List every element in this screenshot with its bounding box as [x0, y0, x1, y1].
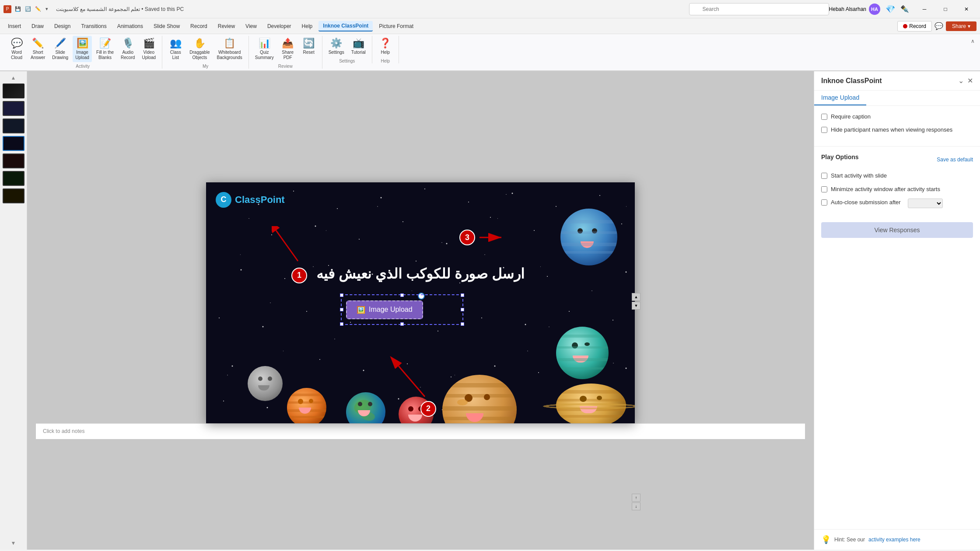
arrow-3-svg: [480, 233, 506, 242]
class-list-icon: 👥: [170, 38, 182, 49]
ribbon-btn-share-pdf[interactable]: 📤 SharePDF: [278, 36, 298, 62]
panel-minimize-btn[interactable]: ⌄: [958, 77, 964, 85]
strip-scroll-down[interactable]: ▼: [11, 540, 16, 546]
view-responses-btn[interactable]: View Responses: [821, 222, 973, 238]
right-panel: Inknoe ClassPoint ⌄ ✕ Image Upload Requi…: [814, 71, 980, 550]
minimize-button[interactable]: ─: [914, 3, 934, 16]
notes-bar[interactable]: Click to add notes: [36, 423, 805, 439]
sel-handle-ml[interactable]: [340, 308, 343, 311]
menu-draw[interactable]: Draw: [27, 21, 48, 31]
nav-up-btn[interactable]: ↑: [632, 494, 640, 502]
image-upload-tab[interactable]: Image Upload: [814, 91, 866, 105]
pen-icon[interactable]: ✒️: [900, 5, 909, 13]
ribbon-btn-class-list[interactable]: 👥 ClassList: [166, 36, 185, 62]
menu-animations[interactable]: Animations: [113, 21, 147, 31]
tutorial-label: Tutorial: [351, 50, 366, 55]
ribbon-btn-settings[interactable]: ⚙️ Settings: [326, 36, 347, 57]
menu-developer[interactable]: Developer: [263, 21, 296, 31]
annotation-badge-2: 2: [420, 401, 436, 417]
auto-close-checkbox[interactable]: [821, 199, 827, 206]
ribbon-btn-help[interactable]: ❓ Help: [376, 36, 395, 57]
slide-thumb-3[interactable]: [3, 119, 24, 133]
slide-thumb-2[interactable]: [3, 101, 24, 116]
ribbon-btn-tutorial[interactable]: 📺 Tutorial: [349, 36, 368, 57]
share-button[interactable]: Share ▾: [946, 21, 976, 31]
ribbon-btn-audio-record[interactable]: 🎙️ AudioRecord: [118, 36, 137, 62]
menu-design[interactable]: Design: [50, 21, 75, 31]
menu-transitions[interactable]: Transitions: [77, 21, 111, 31]
slide-thumb-6[interactable]: [3, 171, 24, 186]
start-activity-checkbox[interactable]: [821, 173, 827, 179]
slide-drawing-icon: 🖊️: [54, 38, 66, 49]
image-upload-slide-icon: 🖼️: [357, 306, 365, 314]
share-label: Share: [952, 23, 966, 29]
slide-thumb-7[interactable]: [3, 188, 24, 203]
annotation-badge-1: 1: [291, 268, 307, 283]
maximize-button[interactable]: □: [935, 3, 956, 16]
menu-slideshow[interactable]: Slide Show: [149, 21, 184, 31]
hide-names-checkbox[interactable]: [821, 127, 827, 133]
slide-drawing-label: SlideDrawing: [52, 50, 68, 60]
menu-review[interactable]: Review: [214, 21, 239, 31]
ribbon-btn-word-cloud[interactable]: 💬 WordCloud: [7, 36, 26, 62]
slide-thumb-5[interactable]: [3, 153, 24, 168]
sel-handle-mr[interactable]: [461, 308, 464, 311]
ribbon-collapse-btn[interactable]: ∧: [969, 36, 976, 46]
slide-thumb-4[interactable]: [3, 136, 24, 151]
menu-right: Record 💬 Share ▾: [897, 21, 976, 31]
ribbon-btn-draggable-objects[interactable]: ✋ DraggableObjects: [187, 36, 212, 62]
ribbon-btn-short-answer[interactable]: ✏️ ShortAnswer: [28, 36, 48, 62]
settings-label: Settings: [329, 50, 344, 55]
minimize-activity-checkbox[interactable]: [821, 186, 827, 192]
image-upload-slide-button[interactable]: 🖼️ Image Upload: [346, 300, 423, 319]
panel-close-btn[interactable]: ✕: [967, 77, 973, 85]
search-input[interactable]: [689, 3, 829, 15]
hint-link[interactable]: activity examples here: [868, 537, 920, 543]
sel-handle-tl[interactable]: [340, 293, 343, 297]
sel-handle-tc[interactable]: [400, 293, 404, 297]
word-cloud-icon: 💬: [11, 38, 23, 49]
menu-view[interactable]: View: [241, 21, 261, 31]
slide-thumb-1[interactable]: [3, 84, 24, 98]
nav-down-btn[interactable]: ↓: [632, 502, 640, 510]
ribbon-group-my: 👥 ClassList ✋ DraggableObjects 📋 Whitebo…: [162, 36, 249, 69]
image-upload-label: ImageUpload: [75, 50, 89, 60]
close-button[interactable]: ✕: [956, 3, 976, 16]
start-activity-row: Start activity with slide: [821, 172, 973, 180]
menu-inknoe-classpoint[interactable]: Inknoe ClassPoint: [318, 21, 373, 31]
menu-picture-format[interactable]: Picture Format: [374, 21, 418, 31]
scroll-down-btn[interactable]: ▼: [632, 302, 640, 310]
quiz-summary-icon: 📊: [259, 38, 270, 49]
require-caption-checkbox[interactable]: [821, 114, 827, 120]
ribbon-btn-image-upload[interactable]: 🖼️ ImageUpload: [73, 36, 92, 62]
sel-handle-br[interactable]: [461, 322, 464, 326]
audio-record-label: AudioRecord: [121, 50, 135, 60]
ribbon-btn-reset[interactable]: 🔄 Reset: [299, 36, 318, 57]
ribbon-btn-fill-blanks[interactable]: 📝 Fill in theBlanks: [94, 36, 116, 62]
titlebar-right: Hebah Alsarhan HA 💎 ✒️ ─ □ ✕: [829, 3, 976, 16]
reset-label: Reset: [303, 50, 315, 55]
save-as-default-btn[interactable]: Save as default: [937, 157, 973, 163]
sel-handle-tr[interactable]: [461, 293, 464, 297]
sel-handle-bc[interactable]: [400, 322, 404, 326]
comment-icon[interactable]: 💬: [934, 22, 943, 30]
badge-3-overlay: 3: [459, 230, 506, 245]
help-label: Help: [381, 50, 390, 55]
hint-icon: 💡: [821, 535, 831, 544]
menu-record[interactable]: Record: [186, 21, 212, 31]
require-caption-label: Require caption: [831, 113, 871, 121]
record-button[interactable]: Record: [897, 21, 932, 31]
ribbon-btn-quiz-summary[interactable]: 📊 QuizSummary: [252, 36, 276, 62]
strip-scroll-up[interactable]: ▲: [11, 75, 16, 81]
ribbon-btn-video-upload[interactable]: 🎬 VideoUpload: [139, 36, 158, 62]
gem-icon[interactable]: 💎: [886, 4, 895, 14]
scroll-up-btn[interactable]: ▲: [632, 293, 640, 301]
sel-handle-bl[interactable]: [340, 322, 343, 326]
ribbon-btn-slide-drawing[interactable]: 🖊️ SlideDrawing: [49, 36, 71, 62]
menu-insert[interactable]: Insert: [4, 21, 25, 31]
ribbon-btn-whiteboard-bg[interactable]: 📋 WhiteboardBackgrounds: [214, 36, 245, 62]
settings-group-label: Settings: [339, 59, 355, 63]
auto-close-select[interactable]: [908, 199, 943, 208]
search-container[interactable]: [689, 3, 829, 15]
menu-help[interactable]: Help: [298, 21, 317, 31]
